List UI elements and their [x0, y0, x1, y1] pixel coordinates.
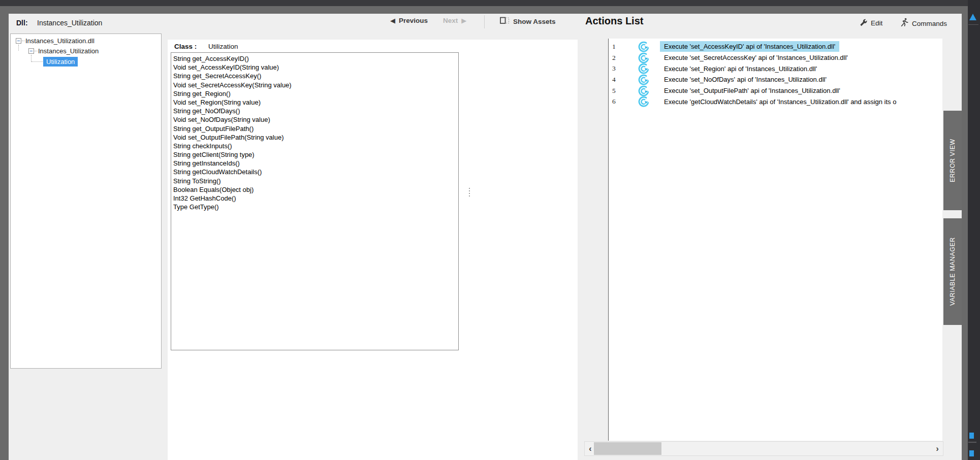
tree-connector — [35, 51, 38, 51]
header-divider — [484, 15, 485, 28]
tree-node-class-selected[interactable]: Utilization — [43, 57, 78, 67]
action-row[interactable]: 6 Execute 'getCloudWatchDetails' api of … — [609, 96, 942, 107]
method-item[interactable]: String get_NoOfDays() — [173, 107, 458, 115]
run-dll-icon — [638, 95, 650, 108]
window-frame-left — [0, 6, 9, 460]
show-assets-icon — [500, 17, 510, 26]
divider — [968, 442, 976, 443]
wrench-icon — [859, 18, 867, 28]
runner-icon — [900, 18, 908, 29]
commands-button-label: Commands — [912, 20, 947, 27]
window-frame-right — [962, 6, 968, 460]
collapse-expander-icon[interactable] — [28, 48, 34, 54]
background-window-icon — [969, 450, 974, 456]
commands-button[interactable]: Commands — [900, 18, 947, 29]
run-dll-icon — [638, 41, 650, 53]
previous-button-label: Previous — [399, 17, 428, 24]
divider — [968, 24, 978, 25]
tree-node-dll[interactable]: Instances_Utilization.dll — [25, 37, 94, 45]
previous-arrow-icon: ◀ — [390, 17, 395, 24]
method-item[interactable]: Void set_SecretAccessKey(String value) — [173, 81, 458, 89]
action-row-text: Execute 'set_SecretAccessKey' api of 'In… — [660, 52, 852, 63]
tree-node-namespace[interactable]: Instances_Utilization — [38, 47, 99, 55]
next-arrow-icon: ▶ — [461, 17, 466, 24]
action-row-text: Execute 'getCloudWatchDetails' api of 'I… — [660, 96, 900, 107]
tab-variable-manager[interactable]: VARIABLE MANAGER — [943, 218, 962, 325]
method-item[interactable]: Void set_AccessKeyID(String value) — [173, 63, 458, 72]
method-item[interactable]: String getCloudWatchDetails() — [173, 168, 458, 176]
action-row-number: 6 — [609, 97, 621, 106]
background-window-icon — [969, 14, 976, 20]
method-item[interactable]: String get_Region() — [173, 89, 458, 98]
scroll-left-icon[interactable]: ‹ — [589, 443, 592, 455]
action-row[interactable]: 4 Execute 'set_NoOfDays' api of 'Instanc… — [609, 74, 942, 85]
method-item[interactable]: Boolean Equals(Object obj) — [173, 185, 458, 194]
dll-label: Dll: — [16, 19, 28, 27]
action-row[interactable]: 1 Execute 'set_AccessKeyID' api of 'Inst… — [609, 41, 942, 52]
dll-name-value: Instances_Utilization — [37, 19, 102, 27]
previous-button[interactable]: ◀ Previous — [390, 17, 428, 24]
action-row[interactable]: 2 Execute 'set_SecretAccessKey' api of '… — [609, 52, 942, 63]
run-dll-icon — [638, 85, 650, 97]
scroll-right-icon[interactable]: › — [936, 443, 939, 455]
action-row-text: Execute 'set_AccessKeyID' api of 'Instan… — [660, 41, 839, 52]
action-row[interactable]: 3 Execute 'set_Region' api of 'Instances… — [609, 63, 942, 74]
tree-connector — [18, 45, 19, 51]
edit-button[interactable]: Edit — [859, 18, 882, 28]
tree-connector — [31, 55, 31, 62]
run-dll-icon — [638, 62, 650, 75]
method-item[interactable]: Type GetType() — [173, 203, 458, 211]
class-name-value: Utilization — [208, 43, 238, 50]
action-row-number: 4 — [609, 76, 621, 84]
tree-connector — [31, 61, 43, 62]
method-item[interactable]: Void set_OutputFilePath(String value) — [173, 133, 458, 142]
method-item[interactable]: String checkInputs() — [173, 142, 458, 150]
window-top-bar — [0, 0, 980, 6]
action-row-number: 1 — [609, 43, 621, 51]
method-item[interactable]: Void set_NoOfDays(String value) — [173, 115, 458, 124]
background-window-icon — [969, 433, 974, 439]
show-assets-button[interactable]: Show Assets — [500, 17, 556, 26]
method-item[interactable]: String get_OutputFilePath() — [173, 124, 458, 133]
method-item[interactable]: Void set_Region(String value) — [173, 98, 458, 107]
tree-connector — [22, 41, 25, 41]
actions-list-title: Actions List — [585, 15, 643, 27]
collapse-expander-icon[interactable] — [16, 38, 21, 44]
action-row-text: Execute 'set_OutputFilePath' api of 'Ins… — [660, 85, 844, 96]
action-row-text: Execute 'set_Region' api of 'Instances_U… — [660, 63, 821, 74]
method-item[interactable]: String get_SecretAccessKey() — [173, 72, 458, 80]
method-item[interactable]: String getInstanceIds() — [173, 159, 458, 168]
method-item[interactable]: Int32 GetHashCode() — [173, 194, 458, 203]
method-item[interactable]: String getClient(String type) — [173, 150, 458, 159]
action-row[interactable]: 5 Execute 'set_OutputFilePath' api of 'I… — [609, 85, 942, 96]
action-row-number: 2 — [609, 54, 621, 62]
next-button-label: Next — [443, 17, 458, 24]
next-button-disabled[interactable]: Next ▶ — [443, 17, 466, 24]
methods-listbox[interactable]: String get_AccessKeyID() Void set_Access… — [171, 52, 459, 350]
window-frame-top — [0, 6, 968, 14]
scrollbar-thumb[interactable] — [594, 442, 661, 455]
panel-splitter-handle[interactable] — [469, 188, 470, 198]
method-item[interactable]: String get_AccessKeyID() — [173, 54, 458, 63]
actions-list-panel: 1 Execute 'set_AccessKeyID' api of 'Inst… — [608, 39, 942, 441]
background-window-edge — [968, 0, 980, 460]
action-row-text: Execute 'set_NoOfDays' api of 'Instances… — [660, 74, 831, 85]
action-row-number: 5 — [609, 87, 621, 95]
edit-button-label: Edit — [871, 19, 882, 27]
action-row-number: 3 — [609, 64, 621, 73]
horizontal-scrollbar[interactable]: ‹ › — [584, 441, 943, 456]
run-dll-icon — [638, 74, 650, 86]
show-assets-label: Show Assets — [513, 18, 556, 25]
tab-error-view[interactable]: ERROR VIEW — [943, 111, 962, 210]
run-dll-icon — [638, 52, 650, 64]
method-item[interactable]: String ToString() — [173, 177, 458, 185]
dll-tree-panel: Instances_Utilization.dll Instances_Util… — [10, 34, 162, 369]
class-label: Class : — [174, 43, 197, 50]
workbench-window: Dll: Instances_Utilization ◀ Previous Ne… — [0, 0, 980, 460]
